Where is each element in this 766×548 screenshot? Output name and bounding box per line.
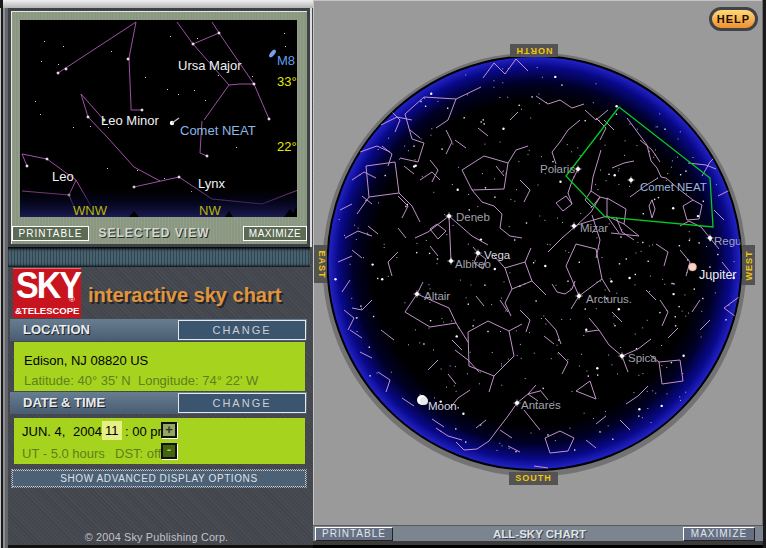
svg-text:Albireo: Albireo [455,258,491,270]
svg-text:Arcturus.: Arcturus. [586,293,632,305]
svg-text:Spica: Spica [628,352,657,364]
svg-text:Jupiter: Jupiter [699,268,737,282]
svg-text:Altair: Altair [424,290,450,302]
svg-text:Polaris: Polaris [540,163,575,175]
svg-text:Antares: Antares [521,399,561,411]
svg-text:Mizar: Mizar [580,222,608,234]
svg-text:Comet NEAT: Comet NEAT [640,181,707,193]
svg-text:Deneb: Deneb [456,211,490,223]
svg-text:Moon: Moon [428,400,457,412]
